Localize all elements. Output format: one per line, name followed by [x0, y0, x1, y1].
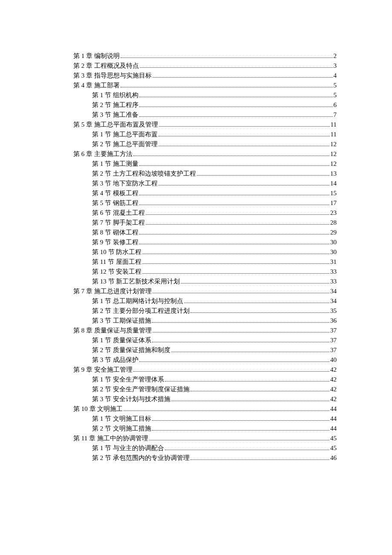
toc-entry[interactable]: 第 1 节 施工总平面布置11	[73, 130, 337, 139]
toc-entry-page: 6	[334, 100, 337, 110]
toc-entry-label: 第 9 章 安全施工管理	[73, 365, 133, 375]
toc-entry-page: 35	[330, 306, 337, 316]
toc-entry[interactable]: 第 2 节 承包范围内的专业协调管理46	[73, 453, 337, 463]
toc-entry[interactable]: 第 2 节 土方工程和边坡喷锚支护工程13	[73, 169, 337, 179]
toc-entry-page: 45	[330, 434, 337, 443]
toc-entry-label: 第 3 节 施工准备	[92, 110, 138, 120]
toc-entry-label: 第 2 节 土方工程和边坡喷锚支护工程	[92, 169, 196, 179]
toc-entry-label: 第 2 节 安全生产管理制度保证措施	[92, 384, 190, 394]
toc-entry-label: 第 1 节 文明施工目标	[92, 414, 151, 424]
toc-entry[interactable]: 第 8 章 质量保证与质量管理37	[73, 326, 337, 335]
toc-entry[interactable]: 第 9 节 装修工程30	[73, 237, 337, 247]
toc-entry[interactable]: 第 11 章 施工中的协调管理45	[73, 434, 337, 443]
toc-leader-dots	[139, 116, 333, 117]
toc-entry[interactable]: 第 7 章 施工总进度计划管理34	[73, 286, 337, 296]
toc-entry-page: 12	[330, 139, 337, 149]
toc-entry[interactable]: 第 5 节 钢筋工程17	[73, 198, 337, 208]
toc-entry-label: 第 6 节 混凝土工程	[92, 208, 145, 218]
toc-entry[interactable]: 第 1 节 施工测量12	[73, 159, 337, 169]
toc-entry-label: 第 9 节 装修工程	[92, 237, 138, 247]
toc-leader-dots	[159, 136, 330, 136]
toc-entry[interactable]: 第 3 节 安全计划与技术措施42	[73, 394, 337, 404]
toc-entry[interactable]: 第 1 节 文明施工目标44	[73, 414, 337, 424]
toc-leader-dots	[190, 460, 329, 460]
toc-leader-dots	[171, 401, 329, 401]
toc-entry-label: 第 1 节 与业主的协调配合	[92, 443, 164, 453]
toc-entry[interactable]: 第 5 章 施工总平面布置及管理11	[73, 120, 337, 130]
toc-entry[interactable]: 第 2 节 文明施工措施44	[73, 424, 337, 434]
toc-entry-page: 42	[330, 384, 337, 394]
toc-entry-label: 第 6 章 主要施工方法	[73, 149, 133, 159]
toc-entry[interactable]: 第 3 节 成品保护40	[73, 355, 337, 365]
toc-entry[interactable]: 第 3 节 工期保证措施36	[73, 316, 337, 326]
toc-entry[interactable]: 第 1 节 组织机构5	[73, 90, 337, 100]
toc-leader-dots	[152, 420, 329, 421]
toc-entry-page: 11	[331, 130, 337, 139]
toc-entry[interactable]: 第 3 章 指导思想与实施目标4	[73, 71, 337, 81]
toc-leader-dots	[121, 87, 333, 87]
toc-entry-label: 第 5 章 施工总平面布置及管理	[73, 120, 158, 130]
toc-leader-dots	[142, 263, 329, 264]
toc-entry[interactable]: 第 10 节 防水工程30	[73, 247, 337, 257]
toc-entry[interactable]: 第 1 章 编制说明2	[73, 51, 337, 61]
toc-entry[interactable]: 第 3 节 地下室防水工程14	[73, 179, 337, 188]
toc-entry-label: 第 3 节 工期保证措施	[92, 316, 151, 326]
toc-entry-page: 17	[330, 198, 337, 208]
toc-entry-label: 第 3 节 安全计划与技术措施	[92, 394, 170, 404]
toc-entry[interactable]: 第 11 节 屋面工程31	[73, 257, 337, 267]
toc-entry[interactable]: 第 2 章 工程概况及特点3	[73, 61, 337, 71]
toc-entry[interactable]: 第 2 节 主要分部分项工程进度计划35	[73, 306, 337, 316]
toc-entry-label: 第 2 节 质量保证措施和制度	[92, 345, 170, 355]
toc-entry-page: 33	[330, 267, 337, 277]
toc-entry[interactable]: 第 13 节 新工艺新技术采用计划33	[73, 277, 337, 286]
toc-entry-page: 46	[330, 453, 337, 463]
toc-entry[interactable]: 第 9 章 安全施工管理42	[73, 365, 337, 375]
toc-entry-page: 34	[330, 296, 337, 306]
toc-entry-page: 44	[330, 424, 337, 434]
toc-leader-dots	[184, 303, 329, 303]
toc-entry-label: 第 7 章 施工总进度计划管理	[73, 286, 152, 296]
toc-entry[interactable]: 第 8 节 砌体工程29	[73, 228, 337, 237]
toc-leader-dots	[121, 58, 333, 58]
toc-entry[interactable]: 第 12 节 安装工程33	[73, 267, 337, 277]
toc-entry[interactable]: 第 10 章 文明施工44	[73, 404, 337, 414]
toc-entry[interactable]: 第 7 节 脚手架工程28	[73, 218, 337, 228]
toc-leader-dots	[146, 224, 329, 225]
toc-entry[interactable]: 第 4 节 模板工程15	[73, 188, 337, 198]
toc-entry-page: 37	[330, 335, 337, 345]
toc-entry[interactable]: 第 2 节 安全生产管理制度保证措施42	[73, 384, 337, 394]
toc-entry[interactable]: 第 1 节 质量保证体系37	[73, 335, 337, 345]
toc-leader-dots	[139, 97, 333, 97]
toc-entry[interactable]: 第 4 章 施工部署5	[73, 81, 337, 90]
toc-entry[interactable]: 第 2 节 施工总平面管理12	[73, 139, 337, 149]
toc-entry[interactable]: 第 6 节 混凝土工程23	[73, 208, 337, 218]
toc-leader-dots	[152, 322, 329, 323]
toc-entry-label: 第 13 节 新工艺新技术采用计划	[92, 277, 180, 286]
toc-leader-dots	[124, 410, 329, 411]
toc-entry-label: 第 2 节 文明施工措施	[92, 424, 151, 434]
toc-entry[interactable]: 第 1 节 总工期网络计划与控制点34	[73, 296, 337, 306]
toc-entry[interactable]: 第 2 节 施工程序6	[73, 100, 337, 110]
toc-entry[interactable]: 第 3 节 施工准备7	[73, 110, 337, 120]
toc-leader-dots	[139, 361, 329, 362]
toc-entry-page: 5	[334, 81, 337, 90]
toc-entry[interactable]: 第 1 节 安全生产管理体系42	[73, 375, 337, 384]
toc-leader-dots	[142, 273, 329, 274]
toc-leader-dots	[142, 254, 329, 254]
toc-entry-label: 第 7 节 脚手架工程	[92, 218, 145, 228]
toc-leader-dots	[181, 283, 329, 283]
toc-leader-dots	[139, 234, 329, 234]
toc-entry[interactable]: 第 2 节 质量保证措施和制度37	[73, 345, 337, 355]
toc-entry-label: 第 11 章 施工中的协调管理	[73, 434, 148, 443]
toc-entry-page: 31	[330, 257, 337, 267]
toc-entry-page: 4	[334, 71, 337, 81]
toc-entry[interactable]: 第 6 章 主要施工方法12	[73, 149, 337, 159]
toc-leader-dots	[190, 391, 329, 391]
toc-entry-page: 30	[330, 237, 337, 247]
toc-leader-dots	[165, 381, 329, 382]
toc-entry-page: 40	[330, 355, 337, 365]
toc-leader-dots	[165, 450, 329, 450]
toc-entry-label: 第 1 节 施工测量	[92, 159, 138, 169]
toc-entry-label: 第 8 章 质量保证与质量管理	[73, 326, 152, 335]
toc-entry[interactable]: 第 1 节 与业主的协调配合45	[73, 443, 337, 453]
